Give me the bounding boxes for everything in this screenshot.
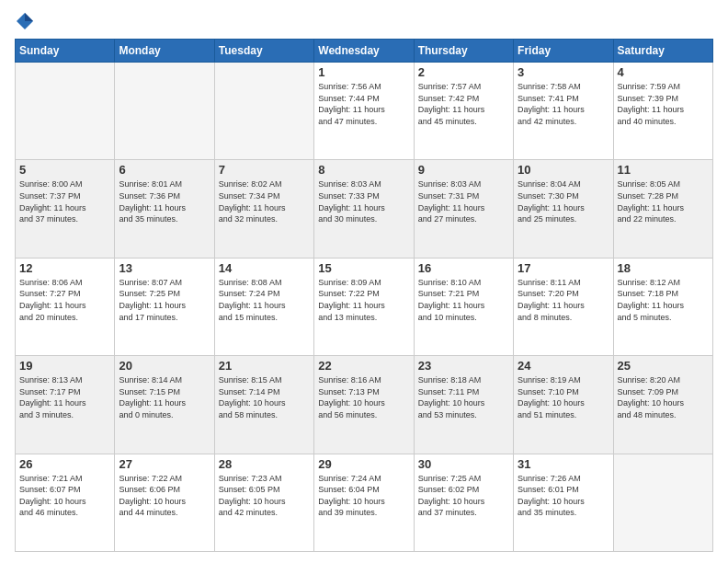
calendar-cell: 15Sunrise: 8:09 AM Sunset: 7:22 PM Dayli… xyxy=(314,258,414,355)
day-info: Sunrise: 7:25 AM Sunset: 6:02 PM Dayligh… xyxy=(418,473,509,519)
calendar-cell: 1Sunrise: 7:56 AM Sunset: 7:44 PM Daylig… xyxy=(314,63,414,160)
day-number: 2 xyxy=(418,65,509,79)
weekday-header-tuesday: Tuesday xyxy=(214,40,313,63)
weekday-header-friday: Friday xyxy=(514,40,613,63)
calendar-cell: 17Sunrise: 8:11 AM Sunset: 7:20 PM Dayli… xyxy=(514,258,613,355)
day-info: Sunrise: 7:59 AM Sunset: 7:39 PM Dayligh… xyxy=(618,81,709,127)
day-number: 22 xyxy=(318,359,409,373)
calendar-week-row: 12Sunrise: 8:06 AM Sunset: 7:27 PM Dayli… xyxy=(16,258,713,355)
header xyxy=(15,11,713,31)
day-info: Sunrise: 8:12 AM Sunset: 7:18 PM Dayligh… xyxy=(618,277,709,323)
day-info: Sunrise: 8:13 AM Sunset: 7:17 PM Dayligh… xyxy=(19,374,110,420)
calendar-cell: 4Sunrise: 7:59 AM Sunset: 7:39 PM Daylig… xyxy=(613,63,712,160)
day-info: Sunrise: 8:05 AM Sunset: 7:28 PM Dayligh… xyxy=(618,178,709,224)
day-info: Sunrise: 8:06 AM Sunset: 7:27 PM Dayligh… xyxy=(19,277,110,323)
day-info: Sunrise: 8:04 AM Sunset: 7:30 PM Dayligh… xyxy=(518,178,609,224)
day-number: 25 xyxy=(618,359,709,373)
day-info: Sunrise: 8:14 AM Sunset: 7:15 PM Dayligh… xyxy=(119,374,210,420)
day-number: 10 xyxy=(518,163,609,177)
day-number: 12 xyxy=(19,261,110,275)
day-number: 20 xyxy=(119,359,210,373)
calendar-cell: 7Sunrise: 8:02 AM Sunset: 7:34 PM Daylig… xyxy=(214,160,313,258)
day-number: 30 xyxy=(418,457,509,471)
calendar-cell: 21Sunrise: 8:15 AM Sunset: 7:14 PM Dayli… xyxy=(214,356,313,454)
calendar-cell: 19Sunrise: 8:13 AM Sunset: 7:17 PM Dayli… xyxy=(16,356,115,454)
calendar-week-row: 19Sunrise: 8:13 AM Sunset: 7:17 PM Dayli… xyxy=(16,356,713,454)
day-info: Sunrise: 8:19 AM Sunset: 7:10 PM Dayligh… xyxy=(518,374,609,420)
calendar-cell: 10Sunrise: 8:04 AM Sunset: 7:30 PM Dayli… xyxy=(514,160,613,258)
day-number: 24 xyxy=(518,359,609,373)
calendar-cell xyxy=(214,63,313,160)
weekday-header-wednesday: Wednesday xyxy=(314,40,414,63)
day-info: Sunrise: 8:08 AM Sunset: 7:24 PM Dayligh… xyxy=(219,277,310,323)
day-number: 15 xyxy=(318,261,409,275)
calendar-cell: 26Sunrise: 7:21 AM Sunset: 6:07 PM Dayli… xyxy=(16,454,115,551)
day-number: 13 xyxy=(119,261,210,275)
calendar-cell: 11Sunrise: 8:05 AM Sunset: 7:28 PM Dayli… xyxy=(613,160,712,258)
calendar-cell: 23Sunrise: 8:18 AM Sunset: 7:11 PM Dayli… xyxy=(414,356,513,454)
calendar-cell xyxy=(115,63,214,160)
day-number: 7 xyxy=(219,163,310,177)
day-info: Sunrise: 8:10 AM Sunset: 7:21 PM Dayligh… xyxy=(418,277,509,323)
logo xyxy=(15,11,39,31)
day-number: 16 xyxy=(418,261,509,275)
day-number: 19 xyxy=(19,359,110,373)
calendar-cell: 9Sunrise: 8:03 AM Sunset: 7:31 PM Daylig… xyxy=(414,160,513,258)
day-number: 1 xyxy=(318,65,409,79)
calendar-cell: 25Sunrise: 8:20 AM Sunset: 7:09 PM Dayli… xyxy=(613,356,712,454)
day-number: 6 xyxy=(119,163,210,177)
day-info: Sunrise: 8:01 AM Sunset: 7:36 PM Dayligh… xyxy=(119,178,210,224)
day-number: 14 xyxy=(219,261,310,275)
day-info: Sunrise: 8:00 AM Sunset: 7:37 PM Dayligh… xyxy=(19,178,110,224)
day-number: 5 xyxy=(19,163,110,177)
day-number: 8 xyxy=(318,163,409,177)
page: SundayMondayTuesdayWednesdayThursdayFrid… xyxy=(0,0,728,563)
calendar-cell: 24Sunrise: 8:19 AM Sunset: 7:10 PM Dayli… xyxy=(514,356,613,454)
calendar-cell: 22Sunrise: 8:16 AM Sunset: 7:13 PM Dayli… xyxy=(314,356,414,454)
day-info: Sunrise: 7:21 AM Sunset: 6:07 PM Dayligh… xyxy=(19,473,110,519)
calendar-cell: 31Sunrise: 7:26 AM Sunset: 6:01 PM Dayli… xyxy=(514,454,613,551)
day-number: 21 xyxy=(219,359,310,373)
day-info: Sunrise: 7:24 AM Sunset: 6:04 PM Dayligh… xyxy=(318,473,409,519)
logo-icon xyxy=(15,11,35,31)
calendar-cell: 3Sunrise: 7:58 AM Sunset: 7:41 PM Daylig… xyxy=(514,63,613,160)
weekday-header-sunday: Sunday xyxy=(16,40,115,63)
calendar-cell: 30Sunrise: 7:25 AM Sunset: 6:02 PM Dayli… xyxy=(414,454,513,551)
calendar-cell: 16Sunrise: 8:10 AM Sunset: 7:21 PM Dayli… xyxy=(414,258,513,355)
calendar-cell: 5Sunrise: 8:00 AM Sunset: 7:37 PM Daylig… xyxy=(16,160,115,258)
calendar-table: SundayMondayTuesdayWednesdayThursdayFrid… xyxy=(15,39,713,552)
svg-marker-1 xyxy=(25,13,33,21)
calendar-cell: 13Sunrise: 8:07 AM Sunset: 7:25 PM Dayli… xyxy=(115,258,214,355)
calendar-week-row: 26Sunrise: 7:21 AM Sunset: 6:07 PM Dayli… xyxy=(16,454,713,551)
calendar-cell xyxy=(16,63,115,160)
day-number: 9 xyxy=(418,163,509,177)
day-number: 31 xyxy=(518,457,609,471)
day-info: Sunrise: 8:09 AM Sunset: 7:22 PM Dayligh… xyxy=(318,277,409,323)
day-number: 28 xyxy=(219,457,310,471)
day-info: Sunrise: 8:11 AM Sunset: 7:20 PM Dayligh… xyxy=(518,277,609,323)
day-number: 3 xyxy=(518,65,609,79)
calendar-cell: 6Sunrise: 8:01 AM Sunset: 7:36 PM Daylig… xyxy=(115,160,214,258)
calendar-cell: 18Sunrise: 8:12 AM Sunset: 7:18 PM Dayli… xyxy=(613,258,712,355)
day-info: Sunrise: 8:15 AM Sunset: 7:14 PM Dayligh… xyxy=(219,374,310,420)
calendar-cell: 20Sunrise: 8:14 AM Sunset: 7:15 PM Dayli… xyxy=(115,356,214,454)
calendar-cell xyxy=(613,454,712,551)
day-number: 17 xyxy=(518,261,609,275)
calendar-cell: 2Sunrise: 7:57 AM Sunset: 7:42 PM Daylig… xyxy=(414,63,513,160)
day-info: Sunrise: 8:20 AM Sunset: 7:09 PM Dayligh… xyxy=(618,374,709,420)
day-info: Sunrise: 7:23 AM Sunset: 6:05 PM Dayligh… xyxy=(219,473,310,519)
day-info: Sunrise: 7:26 AM Sunset: 6:01 PM Dayligh… xyxy=(518,473,609,519)
calendar-cell: 29Sunrise: 7:24 AM Sunset: 6:04 PM Dayli… xyxy=(314,454,414,551)
day-number: 4 xyxy=(618,65,709,79)
day-info: Sunrise: 8:16 AM Sunset: 7:13 PM Dayligh… xyxy=(318,374,409,420)
day-info: Sunrise: 8:03 AM Sunset: 7:33 PM Dayligh… xyxy=(318,178,409,224)
weekday-header-saturday: Saturday xyxy=(613,40,712,63)
calendar-week-row: 1Sunrise: 7:56 AM Sunset: 7:44 PM Daylig… xyxy=(16,63,713,160)
day-number: 27 xyxy=(119,457,210,471)
day-number: 26 xyxy=(19,457,110,471)
day-info: Sunrise: 7:56 AM Sunset: 7:44 PM Dayligh… xyxy=(318,81,409,127)
day-info: Sunrise: 7:22 AM Sunset: 6:06 PM Dayligh… xyxy=(119,473,210,519)
day-number: 11 xyxy=(618,163,709,177)
day-info: Sunrise: 8:07 AM Sunset: 7:25 PM Dayligh… xyxy=(119,277,210,323)
calendar-week-row: 5Sunrise: 8:00 AM Sunset: 7:37 PM Daylig… xyxy=(16,160,713,258)
